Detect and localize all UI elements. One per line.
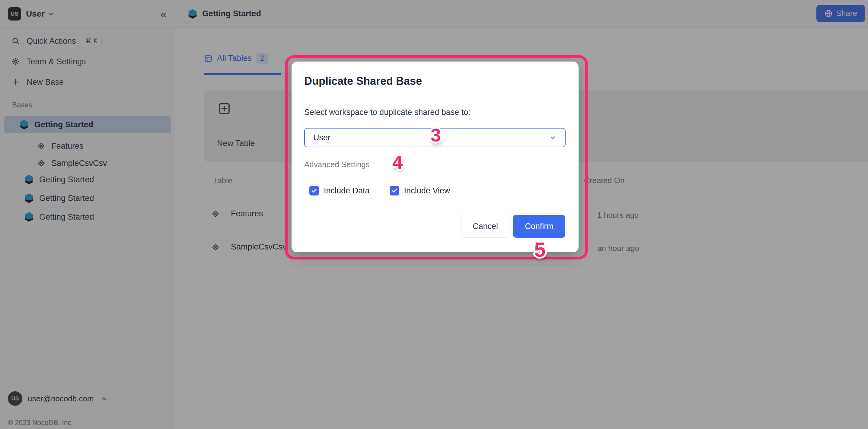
options-row: Include Data Include View bbox=[309, 186, 450, 196]
cancel-button[interactable]: Cancel bbox=[461, 215, 509, 238]
annotation-step-3: 3 bbox=[424, 124, 448, 146]
workspace-select-value: User bbox=[313, 133, 331, 142]
include-data-checkbox[interactable] bbox=[309, 186, 319, 196]
modal-title: Duplicate Shared Base bbox=[304, 75, 422, 88]
chevron-down-icon bbox=[549, 134, 557, 141]
include-data-label: Include Data bbox=[324, 186, 370, 196]
advanced-settings-label[interactable]: Advanced Settings bbox=[304, 160, 370, 169]
annotation-step-4: 4 bbox=[385, 152, 409, 173]
app-window: US User « Quick Actions ⌘ K Team & Setti… bbox=[0, 0, 868, 429]
duplicate-shared-base-modal: Duplicate Shared Base Select workspace t… bbox=[291, 62, 579, 252]
divider bbox=[304, 175, 567, 175]
annotation-step-5: 5 bbox=[528, 238, 552, 261]
include-view-checkbox[interactable] bbox=[390, 186, 399, 196]
modal-description: Select workspace to duplicate shared bas… bbox=[304, 108, 470, 117]
include-view-label: Include View bbox=[404, 186, 450, 196]
confirm-button[interactable]: Confirm bbox=[513, 215, 565, 238]
